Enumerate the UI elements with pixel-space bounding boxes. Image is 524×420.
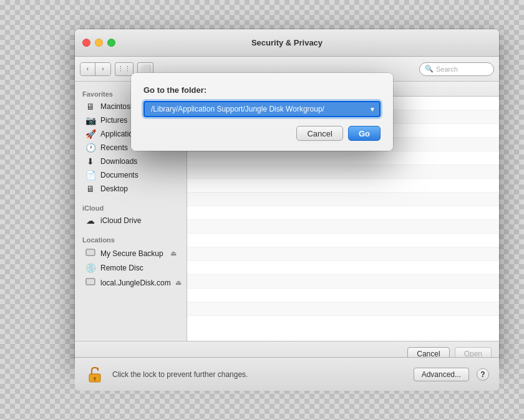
dialog-title: Go to the folder: [143, 85, 381, 95]
go-to-folder-dialog: Go to the folder: /Library/Application S… [131, 73, 393, 151]
dialog-buttons: Cancel Go [143, 126, 381, 141]
dialog-input-container: /Library/Application Support/Jungle Disk… [143, 101, 381, 117]
dialog-input-field[interactable]: /Library/Application Support/Jungle Disk… [143, 101, 381, 117]
dialog-input-value: /Library/Application Support/Jungle Disk… [148, 101, 364, 117]
dialog-overlay: Go to the folder: /Library/Application S… [25, 29, 499, 391]
dropdown-arrow-icon[interactable]: ▼ [369, 106, 376, 113]
dialog-go-button[interactable]: Go [348, 126, 381, 141]
dialog-cancel-button[interactable]: Cancel [296, 126, 342, 141]
